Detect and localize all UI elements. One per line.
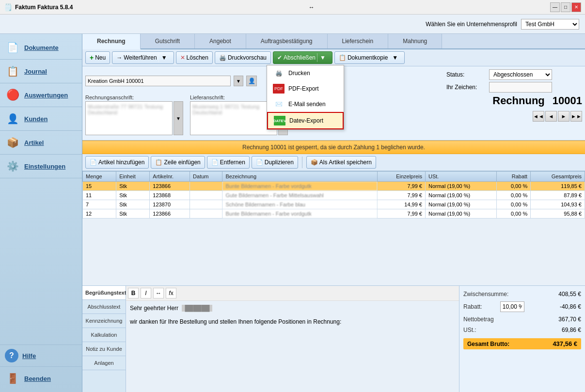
cell-menge: 12 bbox=[83, 209, 116, 219]
cell-einheit: Stk bbox=[116, 182, 150, 191]
table-row[interactable]: 15Stk123866Bunte Bildernamen - Farbe vor… bbox=[83, 182, 585, 191]
sidebar-item-label-artikel: Artikel bbox=[24, 139, 44, 146]
last-page-button[interactable]: ►► bbox=[570, 111, 582, 122]
sidebar-item-label-journal: Journal bbox=[24, 68, 47, 75]
tab-abschluss[interactable]: Abschlusstext bbox=[82, 300, 126, 314]
dropdown-email-senden[interactable]: ✉️ E-Mail senden bbox=[267, 96, 344, 112]
tab-gutschrift[interactable]: Gutschrift bbox=[141, 34, 195, 48]
abschliessen-button[interactable]: ✔ Abschließen ▼ bbox=[273, 51, 332, 64]
pdf-icon: PDF bbox=[273, 84, 285, 94]
rabatt-percent-input[interactable] bbox=[500, 301, 524, 312]
tab-kennzeichnung[interactable]: Kennzeichnung bbox=[82, 314, 126, 328]
greeting-line: Sehr geehrter Herr ██████ bbox=[130, 305, 455, 312]
dropdown-pdf-export[interactable]: PDF PDF-Export bbox=[267, 81, 344, 96]
company-profile-select[interactable]: Test GmbH bbox=[521, 19, 579, 30]
prev-page-button[interactable]: ◄ bbox=[545, 111, 557, 122]
cell-gesamtpreis: 95,88 € bbox=[531, 209, 585, 219]
druckvorschau-button[interactable]: 🖨️ Druckvorschau bbox=[215, 51, 271, 64]
sidebar-item-einstellungen[interactable]: ⚙️ Einstellungen bbox=[0, 155, 82, 178]
formula-button[interactable]: fx bbox=[166, 288, 176, 298]
resize-icon: ↔ bbox=[309, 4, 315, 11]
rechnung-number-area: Rechnung 10001 ◄◄ ◄ ► ►► bbox=[492, 94, 582, 122]
cell-datum bbox=[190, 209, 222, 219]
table-row[interactable]: 12Stk123866Bunte Bildernamen - Farbe vor… bbox=[83, 209, 585, 219]
toolbar-divider bbox=[302, 157, 302, 168]
weiterfuehren-dropdown-arrow[interactable]: ▼ bbox=[158, 53, 170, 62]
main-layout: 📄 Dokumente 📋 Journal 🔴 Auswertungen 👤 K… bbox=[0, 34, 585, 392]
als-artikel-speichern-button[interactable]: 📦 Als Artikel speichern bbox=[306, 156, 376, 169]
dropdown-menu-container: 🖨️ Drucken PDF PDF-Export ✉️ E-Mail send… bbox=[267, 65, 344, 130]
sidebar-item-auswertungen[interactable]: 🔴 Auswertungen bbox=[0, 83, 82, 107]
abschliessen-dropdown-arrow[interactable]: ▼ bbox=[317, 53, 328, 62]
cell-einheit: Stk bbox=[116, 209, 150, 219]
neu-button[interactable]: + Neu bbox=[85, 51, 110, 64]
table-row[interactable]: 7Stk123870Schöne Bildernamen - Farbe bla… bbox=[83, 200, 585, 209]
loeschen-icon: ✕ bbox=[180, 54, 185, 61]
tab-begruessung[interactable]: Begrüßungstext bbox=[82, 286, 126, 300]
close-button[interactable]: ✕ bbox=[571, 2, 581, 12]
dropdown-datev-export[interactable]: DATEV Datev-Export bbox=[267, 112, 344, 129]
cell-artikelnr: 123868 bbox=[150, 191, 190, 200]
zeile-einfuegen-button[interactable]: 📋 Zeile einfügen bbox=[151, 156, 205, 169]
artikel-hinzufuegen-button[interactable]: 📄 Artikel hinzufügen bbox=[85, 156, 149, 169]
cell-artikelnr: 123866 bbox=[150, 209, 190, 219]
tab-auftragsbestaetigung[interactable]: Auftragsbestätigung bbox=[246, 34, 328, 48]
dokumentkopie-button[interactable]: 📋 Dokumentkopie ▼ bbox=[334, 51, 405, 64]
table-row[interactable]: 11Stk123868Gute Bildernamen - Farbe Mitt… bbox=[83, 191, 585, 200]
insert-row-icon: 📋 bbox=[155, 159, 162, 166]
sidebar-item-hilfe[interactable]: ? Hilfe bbox=[0, 345, 82, 366]
kunden-icon: 👤 bbox=[5, 111, 20, 126]
cell-gesamtpreis: 87,89 € bbox=[531, 191, 585, 200]
th-artikelnr: Artikelnr. bbox=[150, 172, 190, 182]
sidebar-item-artikel[interactable]: 📦 Artikel bbox=[0, 131, 82, 155]
titlebar: 🗒️ Faktum Faktura 5.8.4 ↔ — □ ✕ bbox=[0, 0, 585, 15]
ihr-zeichen-input[interactable] bbox=[489, 82, 552, 93]
tab-mahnung[interactable]: Mahnung bbox=[388, 34, 442, 48]
italic-button[interactable]: I bbox=[141, 288, 151, 298]
sidebar-item-beenden[interactable]: 🚪 Beenden bbox=[0, 366, 82, 390]
sidebar-item-kunden[interactable]: 👤 Kunden bbox=[0, 107, 82, 131]
pagination-controls: ◄◄ ◄ ► ►► bbox=[533, 111, 582, 122]
customer-dropdown-arrow[interactable]: ▼ bbox=[234, 76, 243, 86]
sidebar-item-dokumente[interactable]: 📄 Dokumente bbox=[0, 36, 82, 60]
maximize-button[interactable]: □ bbox=[561, 2, 570, 12]
minimize-button[interactable]: — bbox=[550, 2, 560, 12]
tab-kalkulation[interactable]: Kalkulation bbox=[82, 328, 126, 342]
entfernen-button[interactable]: 📄 Entfernen bbox=[207, 156, 250, 169]
customer-person-icon[interactable]: 👤 bbox=[246, 76, 257, 86]
tab-notiz[interactable]: Notiz zu Kunde bbox=[82, 342, 126, 356]
tab-angebot[interactable]: Angebot bbox=[195, 34, 246, 48]
tab-lieferschein[interactable]: Lieferschein bbox=[328, 34, 389, 48]
cell-einheit: Stk bbox=[116, 200, 150, 209]
app-title: Faktum Faktura 5.8.4 bbox=[15, 4, 73, 11]
address2-text: Musterweg 1 98721 Testung Deutschland bbox=[192, 104, 259, 115]
tab-anlagen[interactable]: Anlagen bbox=[82, 356, 126, 370]
titlebar-title-area: 🗒️ Faktum Faktura 5.8.4 bbox=[4, 3, 73, 11]
weiterfuehren-button[interactable]: → Weiterführen ▼ bbox=[112, 51, 174, 64]
next-page-button[interactable]: ► bbox=[558, 111, 569, 122]
email-icon: ✉️ bbox=[273, 99, 285, 109]
customer-input[interactable] bbox=[85, 76, 231, 86]
duplizieren-button[interactable]: 📄 Duplizieren bbox=[252, 156, 298, 169]
tab-rechnung[interactable]: Rechnung bbox=[82, 34, 141, 49]
abschliessen-dropdown-menu: 🖨️ Drucken PDF PDF-Export ✉️ E-Mail send… bbox=[267, 65, 344, 130]
th-einheit: Einheit bbox=[116, 172, 150, 182]
greeting-name-placeholder: ██████ bbox=[182, 305, 212, 312]
dropdown-drucken[interactable]: 🖨️ Drucken bbox=[267, 65, 344, 81]
druckvorschau-icon: 🖨️ bbox=[219, 54, 226, 61]
bold-button[interactable]: B bbox=[128, 288, 139, 298]
sidebar-item-label-auswertungen: Auswertungen bbox=[24, 92, 68, 99]
cell-einzelpreis: 7,99 € bbox=[377, 182, 425, 191]
dokumentkopie-dropdown-arrow[interactable]: ▼ bbox=[389, 53, 400, 62]
articles-table-area: Menge Einheit Artikelnr. Datum Bezeichnu… bbox=[82, 171, 585, 285]
indent-button[interactable]: ↔ bbox=[153, 288, 164, 298]
cell-rabatt: 0,00 % bbox=[497, 209, 531, 219]
sidebar-item-journal[interactable]: 📋 Journal bbox=[0, 60, 82, 83]
status-select[interactable]: Abgeschlossen bbox=[489, 69, 552, 80]
loeschen-button[interactable]: ✕ Löschen bbox=[176, 51, 213, 64]
rechnungsanschrift-dropdown[interactable]: ▼ bbox=[174, 101, 183, 135]
articles-table: Menge Einheit Artikelnr. Datum Bezeichnu… bbox=[82, 171, 585, 219]
first-page-button[interactable]: ◄◄ bbox=[533, 111, 544, 122]
cell-datum bbox=[190, 200, 222, 209]
hilfe-icon: ? bbox=[5, 349, 18, 362]
